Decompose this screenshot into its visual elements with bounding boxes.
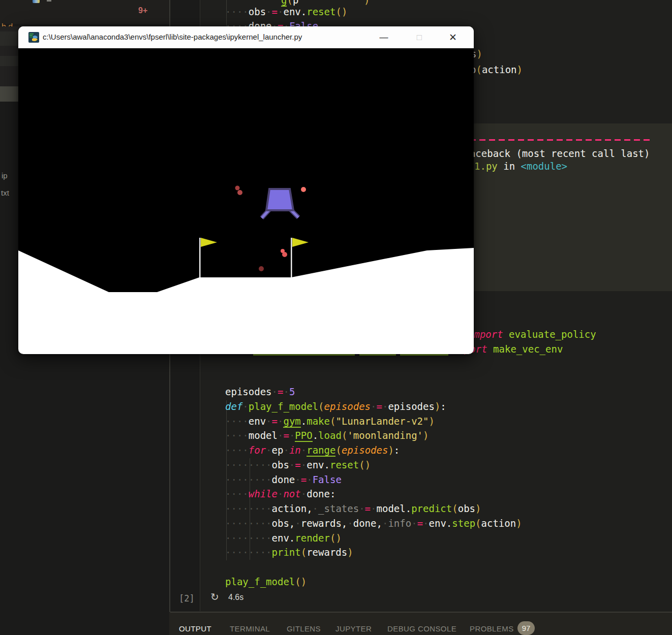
tab-debug-console[interactable]: DEBUG CONSOLE bbox=[387, 624, 456, 633]
tab-jupyter[interactable]: JUPYTER bbox=[335, 624, 372, 633]
import-evaluate-policy: import evaluate_policy bbox=[468, 328, 596, 340]
code-line: ········obs,·rewards,·done,·info·=·env.s… bbox=[225, 516, 522, 531]
traceback-line: Traceback (most recent call last) bbox=[458, 147, 650, 160]
module-underline bbox=[253, 354, 355, 356]
code-line bbox=[225, 560, 522, 575]
code-line: ········action,·_states·=·model.predict(… bbox=[225, 501, 522, 516]
code-line: episodes·=·5 bbox=[225, 385, 522, 399]
close-button[interactable]: ✕ bbox=[442, 26, 464, 48]
pygame-app-icon bbox=[28, 32, 39, 43]
execution-duration: 4.6s bbox=[228, 593, 243, 602]
code-line: ········print(rewards) bbox=[225, 545, 522, 560]
rerun-cell-icon[interactable]: ↻ bbox=[210, 591, 219, 603]
code-line: ········done·=·False bbox=[225, 472, 522, 487]
tab-problems[interactable]: PROBLEMS bbox=[470, 624, 514, 633]
pygame-window: c:\Users\awal\anaconda3\envs\fpserl\lib\… bbox=[18, 26, 474, 354]
code-fragment-action: p(action) bbox=[470, 64, 523, 76]
lander-body bbox=[266, 189, 293, 210]
unsaved-count-badge: 9+ bbox=[138, 6, 147, 15]
window-title: c:\Users\awal\anaconda3\envs\fpserl\lib\… bbox=[43, 33, 302, 41]
flag-pole-left bbox=[199, 238, 201, 277]
code-line: ····while·not·done: bbox=[225, 487, 522, 501]
vscode-screen: 9+ b d ip txt g(p ) ····obs·=·env.reset(… bbox=[0, 0, 672, 635]
code-line: ····model·=·PPO.load('moonlanding') bbox=[225, 428, 522, 443]
explorer-row[interactable] bbox=[0, 46, 20, 56]
explorer-row[interactable] bbox=[0, 56, 20, 66]
tab-output[interactable]: OUTPUT bbox=[179, 624, 211, 633]
pygame-titlebar[interactable]: c:\Users\awal\anaconda3\envs\fpserl\lib\… bbox=[18, 26, 474, 48]
problems-count-badge: 97 bbox=[517, 621, 535, 635]
module-underline bbox=[400, 354, 448, 356]
code-line: ········env.render() bbox=[225, 531, 522, 546]
code-line: ····for·ep·in·range(episodes): bbox=[225, 443, 522, 458]
explorer-row bbox=[0, 26, 20, 31]
execution-count: [2] bbox=[179, 593, 195, 604]
explorer-row-selected[interactable] bbox=[0, 86, 20, 102]
module-underline bbox=[359, 354, 396, 356]
code-line: ····env·=·gym.make("LunarLander-v2") bbox=[225, 414, 522, 429]
sidebar-file-item[interactable]: txt bbox=[1, 188, 9, 197]
minimize-button[interactable]: — bbox=[373, 26, 395, 48]
traceback-module-line: 1.py in <module> bbox=[474, 160, 567, 172]
tab-icon-sliver bbox=[33, 0, 40, 3]
maximize-button[interactable]: □ bbox=[408, 26, 431, 48]
explorer-row[interactable] bbox=[0, 66, 20, 86]
lunar-lander-render bbox=[18, 48, 474, 354]
tab-icon-sliver-2 bbox=[47, 0, 51, 2]
flag-pole-right bbox=[291, 238, 292, 277]
tab-gitlens[interactable]: GITLENS bbox=[287, 624, 321, 633]
code-line-obs-reset: ····obs·=·env.reset() bbox=[225, 6, 347, 18]
code-cell-content[interactable]: episodes·=·5def·play_f_model(episodes·=·… bbox=[225, 385, 522, 589]
code-line: play_f_model() bbox=[225, 575, 522, 589]
tab-terminal[interactable]: TERMINAL bbox=[230, 624, 270, 633]
code-line: ········obs·=·env.reset() bbox=[225, 458, 522, 472]
sidebar-file-item[interactable]: ip bbox=[2, 171, 8, 180]
code-fragment-top: ) bbox=[364, 0, 370, 6]
explorer-row[interactable] bbox=[0, 31, 20, 46]
code-line: def·play_f_model(episodes·=·episodes): bbox=[225, 399, 522, 414]
